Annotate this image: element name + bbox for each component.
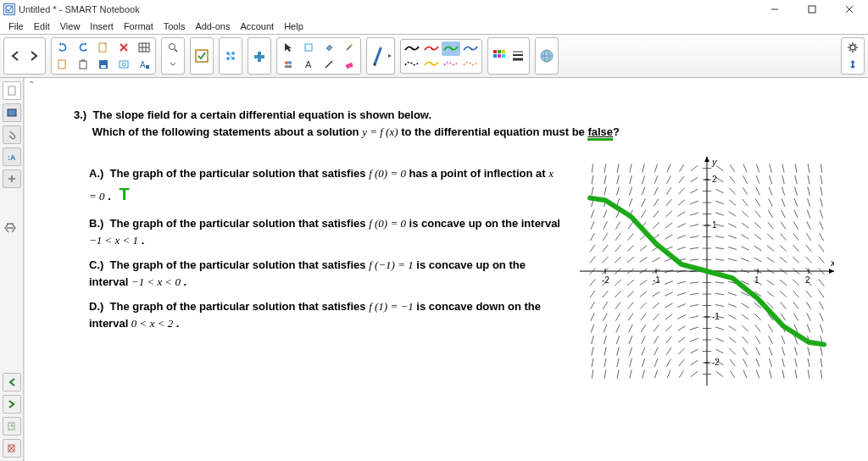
menu-account[interactable]: Account <box>235 20 279 32</box>
svg-line-336 <box>756 369 759 378</box>
shape-pen-tool[interactable] <box>299 40 318 55</box>
new-page-button[interactable] <box>94 40 113 55</box>
add-page-sidebar[interactable]: + <box>3 417 21 436</box>
menu-tools[interactable]: Tools <box>159 20 191 32</box>
svg-line-58 <box>855 50 856 51</box>
svg-line-90 <box>592 358 593 366</box>
select-tool[interactable] <box>279 40 298 55</box>
pen-orange[interactable] <box>461 57 480 71</box>
menu-view[interactable]: View <box>55 20 86 32</box>
page-sorter[interactable] <box>3 81 21 100</box>
pen-red[interactable] <box>422 42 441 56</box>
text-tool[interactable]: A <box>299 57 318 72</box>
next-page-button[interactable] <box>3 395 21 414</box>
menu-format[interactable]: Format <box>119 20 159 32</box>
menu-addons[interactable]: Add-ons <box>190 20 235 32</box>
back-button[interactable] <box>6 40 25 72</box>
option-C-label: C.) <box>89 258 103 271</box>
svg-line-205 <box>666 347 671 355</box>
fill-tool[interactable] <box>320 40 338 55</box>
svg-line-435 <box>820 324 822 332</box>
svg-line-180 <box>642 198 646 206</box>
table-button[interactable] <box>135 40 153 55</box>
attachments-tab[interactable] <box>3 125 21 144</box>
properties-tab[interactable]: :A <box>3 147 21 166</box>
minimize-button[interactable] <box>756 0 793 19</box>
svg-line-381 <box>780 291 787 297</box>
svg-line-22 <box>175 49 177 52</box>
svg-line-285 <box>715 304 724 306</box>
redo-button[interactable] <box>74 40 92 55</box>
settings-button[interactable] <box>843 40 862 55</box>
save-button[interactable] <box>94 57 113 72</box>
svg-line-184 <box>654 369 657 378</box>
zoom-button[interactable] <box>164 40 182 55</box>
prev-page-button[interactable] <box>3 373 21 392</box>
svg-rect-62 <box>8 109 16 116</box>
menu-insert[interactable]: Insert <box>85 20 119 32</box>
svg-line-394 <box>795 358 797 366</box>
svg-line-124 <box>604 186 606 195</box>
svg-point-26 <box>226 57 230 60</box>
svg-line-254 <box>690 224 698 226</box>
undo-button[interactable] <box>53 40 72 55</box>
pen-green[interactable] <box>442 42 460 56</box>
gallery-tab[interactable] <box>3 103 21 122</box>
menu-edit[interactable]: Edit <box>29 20 55 32</box>
forward-button[interactable] <box>25 40 43 72</box>
svg-line-427 <box>807 198 810 207</box>
svg-line-186 <box>654 347 659 354</box>
pen-yellow[interactable] <box>422 57 441 71</box>
maximize-button[interactable] <box>793 0 831 19</box>
color-picker-button[interactable] <box>490 40 509 72</box>
share-button[interactable] <box>537 40 556 72</box>
pen-magenta[interactable] <box>442 57 460 71</box>
svg-line-95 <box>590 301 594 308</box>
svg-line-173 <box>640 280 648 285</box>
svg-line-367 <box>767 233 773 239</box>
pen-tool[interactable] <box>369 40 387 72</box>
svg-line-165 <box>643 369 645 378</box>
svg-line-245 <box>690 326 698 329</box>
close-button[interactable] <box>831 0 868 19</box>
canvas[interactable]: ⌃ 3.) The slope field for a certain diff… <box>24 78 868 461</box>
svg-line-218 <box>666 198 672 205</box>
pen-black[interactable] <box>403 42 421 56</box>
paste-button[interactable] <box>74 57 92 72</box>
svg-line-341 <box>754 314 760 319</box>
response-button[interactable] <box>192 40 211 72</box>
line-tool[interactable] <box>320 57 338 72</box>
doccam-button[interactable]: A <box>135 57 153 72</box>
svg-line-286 <box>715 293 724 295</box>
svg-line-387 <box>781 221 786 229</box>
zoom-dropdown[interactable] <box>164 57 182 72</box>
delete-button[interactable] <box>114 40 133 55</box>
svg-line-304 <box>728 303 737 307</box>
svg-line-322 <box>742 314 748 319</box>
svg-point-33 <box>288 61 292 64</box>
sidebar-collapse[interactable] <box>3 220 19 239</box>
svg-line-106 <box>592 175 593 183</box>
svg-line-372 <box>769 175 771 184</box>
svg-line-148 <box>629 347 632 355</box>
menu-file[interactable]: File <box>3 20 29 32</box>
addon-button[interactable] <box>250 40 269 72</box>
magic-pen-tool[interactable] <box>340 40 359 55</box>
line-props-button[interactable] <box>509 40 527 72</box>
open-button[interactable] <box>53 57 72 72</box>
move-toolbar-button[interactable] <box>843 57 862 72</box>
dual-page-tool[interactable] <box>279 57 298 72</box>
svg-line-247 <box>690 304 698 306</box>
activity-button[interactable] <box>221 40 240 72</box>
pen-blue[interactable] <box>461 42 480 56</box>
capture-button[interactable] <box>114 57 133 72</box>
menu-help[interactable]: Help <box>279 20 309 32</box>
addons-tab[interactable] <box>3 169 21 188</box>
svg-line-234 <box>677 235 686 238</box>
eraser-tool[interactable] <box>340 57 359 72</box>
svg-line-441 <box>819 256 825 263</box>
svg-line-228 <box>677 303 686 307</box>
pen-dash-black[interactable] <box>403 57 421 71</box>
delete-page-sidebar[interactable] <box>3 439 21 458</box>
svg-line-419 <box>806 290 811 297</box>
